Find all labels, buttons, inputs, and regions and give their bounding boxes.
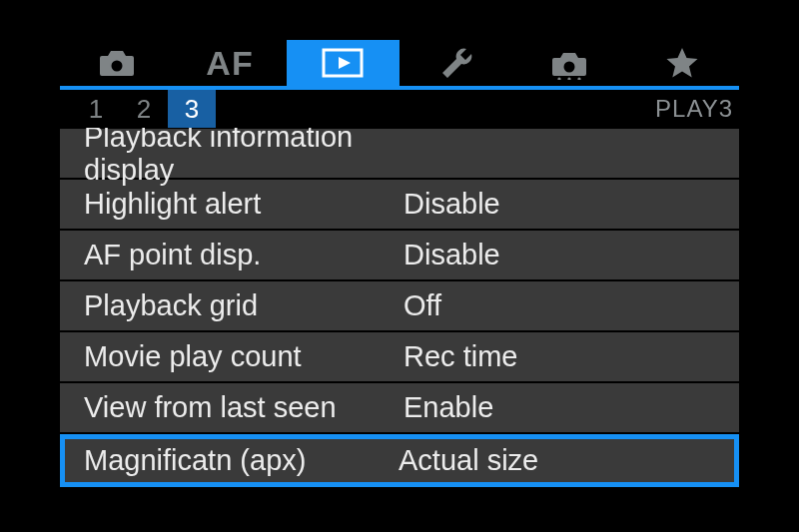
star-icon: [664, 46, 700, 80]
menu-value: Rec time: [403, 340, 739, 373]
svg-point-3: [563, 62, 574, 73]
wrench-icon: [438, 46, 474, 80]
menu-label: Playback grid: [84, 289, 403, 322]
page-group-label: PLAY3: [655, 90, 733, 128]
menu-value: Actual size: [399, 444, 734, 477]
menu-label: Playback information display: [84, 121, 403, 187]
menu-label: Magnificatn (apx): [84, 444, 399, 477]
tab-mymenu[interactable]: [626, 40, 739, 86]
page-1[interactable]: 1: [72, 90, 120, 128]
page-3[interactable]: 3: [168, 90, 216, 128]
tab-shooting[interactable]: [60, 40, 173, 86]
menu-label: Highlight alert: [84, 188, 403, 221]
menu-label: Movie play count: [84, 340, 403, 373]
menu-value: Off: [403, 289, 739, 322]
af-icon: AF: [206, 44, 253, 83]
tab-custom[interactable]: [512, 40, 625, 86]
menu-item-af-point-disp[interactable]: AF point disp. Disable: [60, 230, 739, 280]
playback-icon: [321, 47, 365, 79]
tab-af[interactable]: AF: [173, 40, 286, 86]
camera-icon: [96, 48, 138, 78]
menu-value: Disable: [403, 188, 739, 221]
menu-label: View from last seen: [84, 391, 403, 424]
custom-camera-icon: [548, 46, 590, 80]
svg-point-4: [557, 77, 560, 80]
svg-point-6: [577, 77, 580, 80]
menu-item-highlight-alert[interactable]: Highlight alert Disable: [60, 179, 739, 230]
tab-setup[interactable]: [400, 40, 512, 86]
menu-item-movie-play-count[interactable]: Movie play count Rec time: [60, 331, 739, 382]
tab-playback[interactable]: [287, 40, 400, 86]
menu-item-view-from-last-seen[interactable]: View from last seen Enable: [60, 382, 739, 433]
menu-item-magnification[interactable]: Magnificatn (apx) Actual size: [60, 433, 739, 488]
menu-item-playback-grid[interactable]: Playback grid Off: [60, 280, 739, 331]
top-tab-bar: AF: [60, 40, 739, 90]
menu-item-playback-info[interactable]: Playback information display: [60, 128, 739, 179]
menu-value: Disable: [403, 239, 739, 271]
camera-menu-screen: AF 1: [60, 40, 739, 494]
subtab-row: 1 2 3 PLAY3: [60, 90, 739, 128]
svg-point-5: [567, 77, 570, 80]
menu-list: Playback information display Highlight a…: [60, 128, 739, 488]
menu-value: Enable: [403, 391, 739, 424]
page-2[interactable]: 2: [120, 90, 168, 128]
menu-label: AF point disp.: [84, 239, 403, 271]
